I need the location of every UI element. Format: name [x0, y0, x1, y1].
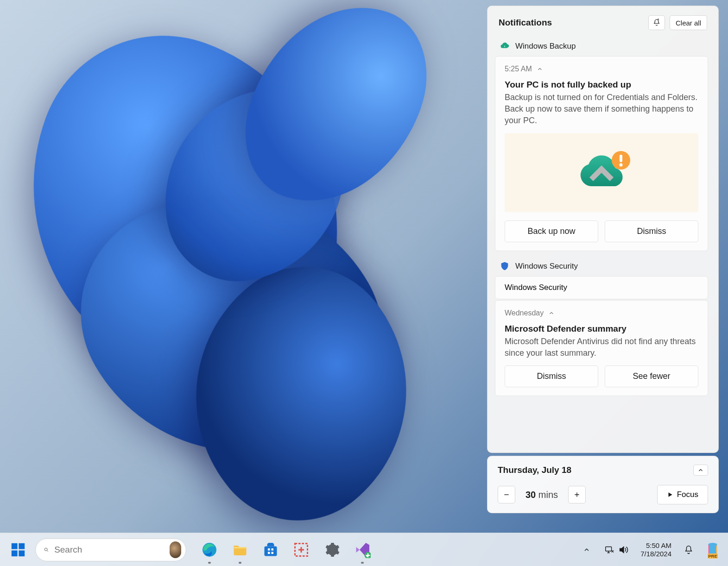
notification-body: Backup is not turned on for Credentials … — [505, 92, 698, 127]
svg-rect-4 — [19, 543, 25, 549]
taskbar: 5:50 AM 7/18/2024 PRE — [0, 533, 728, 566]
notification-title: Microsoft Defender summary — [505, 324, 698, 334]
notification-card[interactable]: 5:25 AM Your PC is not fully backed up B… — [495, 56, 708, 251]
svg-rect-9 — [265, 546, 277, 556]
notification-center: Notifications Clear all Windows Backup — [487, 6, 719, 453]
chevron-up-icon — [697, 467, 704, 473]
plus-icon — [573, 491, 581, 498]
notification-subheading[interactable]: Windows Security — [495, 276, 708, 299]
bell-icon — [684, 545, 694, 555]
notification-app-heading[interactable]: Windows Backup — [495, 37, 708, 56]
taskbar-app-visual-studio[interactable] — [350, 538, 374, 562]
dismiss-button[interactable]: Dismiss — [605, 220, 698, 242]
tray-overflow-button[interactable] — [578, 543, 595, 556]
do-not-disturb-button[interactable] — [648, 15, 665, 30]
notification-app-heading[interactable]: Windows Security — [495, 257, 708, 276]
svg-rect-5 — [12, 550, 18, 556]
notification-title: Your PC is not fully backed up — [505, 80, 698, 90]
taskbar-clock[interactable]: 5:50 AM 7/18/2024 — [638, 541, 674, 558]
taskbar-app-snipping-tool[interactable] — [289, 538, 313, 562]
notification-list[interactable]: Windows Backup 5:25 AM Your PC is not fu… — [495, 37, 711, 445]
visual-studio-icon — [354, 541, 371, 558]
calendar-focus-panel: Thursday, July 18 30 mins Focus — [487, 456, 719, 513]
svg-rect-16 — [606, 547, 612, 551]
start-focus-button[interactable]: Focus — [657, 485, 708, 504]
folder-icon — [232, 541, 248, 558]
network-icon — [604, 545, 614, 555]
clock-date: 7/18/2024 — [640, 550, 671, 558]
decrease-focus-button[interactable] — [498, 486, 515, 503]
notification-timestamp: Wednesday — [505, 309, 544, 317]
notification-timestamp: 5:25 AM — [505, 65, 532, 73]
taskbar-app-microsoft-store[interactable] — [259, 538, 283, 562]
notification-app-name: Windows Backup — [515, 42, 576, 51]
shield-icon — [500, 261, 510, 271]
chevron-up-icon — [537, 66, 543, 72]
svg-rect-12 — [268, 552, 270, 554]
edge-icon — [201, 541, 218, 558]
quick-settings-button[interactable] — [600, 542, 633, 558]
notifications-button[interactable] — [679, 542, 698, 558]
svg-point-7 — [44, 548, 47, 551]
focus-duration-value: 30 mins — [525, 490, 558, 500]
windows-logo-icon — [10, 542, 26, 558]
snipping-tool-icon — [293, 541, 310, 558]
calendar-date[interactable]: Thursday, July 18 — [498, 465, 571, 475]
bell-snooze-icon — [652, 19, 661, 27]
taskbar-app-edge[interactable] — [197, 538, 222, 562]
notification-group-backup: Windows Backup 5:25 AM Your PC is not fu… — [495, 37, 708, 251]
start-button[interactable] — [6, 537, 31, 562]
svg-rect-6 — [19, 550, 25, 556]
clock-time: 5:50 AM — [640, 541, 671, 550]
clear-all-button[interactable]: Clear all — [670, 15, 707, 30]
search-icon — [44, 545, 49, 555]
copilot-preview-button[interactable]: PRE — [703, 540, 722, 560]
chevron-up-icon — [548, 310, 555, 316]
svg-rect-11 — [272, 548, 274, 551]
svg-rect-10 — [268, 548, 270, 551]
svg-rect-1 — [620, 155, 622, 162]
play-icon — [667, 491, 673, 498]
svg-rect-3 — [12, 543, 18, 549]
search-input[interactable] — [54, 545, 164, 555]
notification-card[interactable]: Wednesday Microsoft Defender summary Mic… — [495, 300, 708, 396]
notification-app-name: Windows Security — [515, 262, 578, 271]
dismiss-button[interactable]: Dismiss — [505, 365, 598, 387]
minus-icon — [503, 491, 510, 498]
notifications-title: Notifications — [499, 18, 552, 28]
taskbar-search[interactable] — [35, 538, 186, 561]
see-fewer-button[interactable]: See fewer — [605, 365, 698, 387]
gear-icon — [323, 541, 340, 558]
notification-group-security: Windows Security Windows Security Wednes… — [495, 257, 708, 396]
notification-body: Microsoft Defender Antivirus did not fin… — [505, 336, 698, 359]
cloud-backup-icon — [500, 41, 510, 51]
taskbar-app-file-explorer[interactable] — [228, 538, 252, 562]
svg-text:PRE: PRE — [708, 553, 717, 559]
increase-focus-button[interactable] — [568, 486, 586, 503]
back-up-now-button[interactable]: Back up now — [505, 220, 598, 242]
svg-point-2 — [620, 163, 623, 166]
collapse-calendar-button[interactable] — [693, 465, 708, 476]
taskbar-app-settings[interactable] — [320, 538, 344, 562]
search-highlight-icon[interactable] — [170, 541, 181, 558]
svg-rect-13 — [272, 552, 274, 554]
volume-icon — [618, 545, 628, 555]
focus-duration-stepper: 30 mins — [498, 486, 586, 503]
chevron-up-icon — [583, 546, 590, 553]
store-icon — [262, 541, 279, 558]
copilot-icon: PRE — [704, 541, 722, 559]
notification-hero-image — [505, 133, 698, 212]
